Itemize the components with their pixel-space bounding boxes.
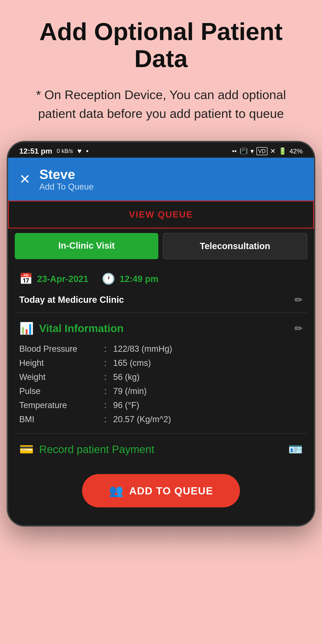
appointment-edit-icon[interactable]: ✏ [294, 294, 303, 306]
page-subtitle: * On Reception Device, You can add optio… [0, 86, 322, 123]
tab-teleconsultation[interactable]: Teleconsultation [163, 233, 307, 259]
status-battery-icon: 🔋 [278, 147, 287, 155]
status-time: 12:51 pm [19, 147, 52, 156]
vital-row-bp: Blood Pressure : 122/83 (mmHg) [19, 344, 303, 354]
appointment-row: Today at Medicure Clinic ✏ [8, 294, 314, 312]
vital-label-temp: Temperature [19, 400, 104, 410]
payment-icon: 💳 [19, 442, 34, 456]
payment-label: Record patient Payment [39, 443, 154, 456]
vital-row-bmi: BMI : 20.57 (Kg/m^2) [19, 414, 303, 424]
payment-card-icon: 🪪 [288, 442, 303, 456]
header-subtitle: Add To Queue [39, 182, 94, 192]
vital-title-row: 📊 Vital Information [19, 322, 124, 335]
date-item: 📅 23-Apr-2021 [19, 272, 88, 285]
vital-value-pulse: 79 (/min) [113, 386, 147, 396]
vital-label-bp: Blood Pressure [19, 344, 104, 354]
vital-row-height: Height : 165 (cms) [19, 358, 303, 368]
vitals-edit-icon[interactable]: ✏ [294, 323, 303, 334]
vital-rows: Blood Pressure : 122/83 (mmHg) Height : … [19, 344, 303, 424]
vital-colon-pulse: : [104, 386, 113, 396]
vital-value-weight: 56 (kg) [113, 372, 140, 382]
vital-information-title: Vital Information [39, 322, 124, 334]
vital-colon-height: : [104, 358, 113, 368]
phone-wrapper: 12:51 pm 0 kB/s ♥ • •• 📳 ▾ VD ✕ 🔋 42% ✕ … [7, 141, 315, 526]
vital-value-height: 165 (cms) [113, 358, 151, 368]
vital-row-weight: Weight : 56 (kg) [19, 372, 303, 382]
vital-value-temp: 96 (°F) [113, 400, 139, 410]
header-info: Steve Add To Queue [39, 166, 94, 192]
add-queue-label: ADD TO QUEUE [129, 485, 213, 497]
status-left: 12:51 pm 0 kB/s ♥ • [19, 147, 88, 156]
status-bar: 12:51 pm 0 kB/s ♥ • •• 📳 ▾ VD ✕ 🔋 42% [8, 142, 314, 158]
payment-section[interactable]: 💳 Record patient Payment 🪪 [8, 434, 314, 465]
add-to-queue-button[interactable]: 👥 ADD TO QUEUE [82, 474, 240, 507]
status-wifi-icon: ▾ [250, 147, 254, 155]
vital-value-bmi: 20.57 (Kg/m^2) [113, 414, 171, 424]
status-right: •• 📳 ▾ VD ✕ 🔋 42% [232, 147, 303, 155]
phone-frame: 12:51 pm 0 kB/s ♥ • •• 📳 ▾ VD ✕ 🔋 42% ✕ … [7, 141, 315, 526]
status-x-icon: ✕ [270, 147, 276, 155]
vital-value-bp: 122/83 (mmHg) [113, 344, 172, 354]
patient-name: Steve [39, 166, 94, 182]
vital-label-bmi: BMI [19, 414, 104, 424]
vital-row-temp: Temperature : 96 (°F) [19, 400, 303, 410]
vital-section: 📊 Vital Information ✏ Blood Pressure : 1… [8, 312, 314, 433]
clock-icon: 🕐 [102, 272, 115, 285]
tab-row: In-Clinic Visit Teleconsultation [8, 228, 314, 264]
status-network: 0 kB/s [56, 148, 73, 154]
vital-colon-bp: : [104, 344, 113, 354]
date-time-row: 📅 23-Apr-2021 🕐 12:49 pm [8, 264, 314, 294]
appointment-label: Today at Medicure Clinic [19, 295, 124, 305]
status-signal-dots: •• [232, 147, 237, 155]
vital-colon-temp: : [104, 400, 113, 410]
view-queue-button[interactable]: VIEW QUEUE [8, 200, 314, 228]
calendar-icon: 📅 [19, 272, 33, 285]
vital-label-pulse: Pulse [19, 386, 104, 396]
status-heart-icon: ♥ [77, 147, 82, 155]
time-item: 🕐 12:49 pm [102, 272, 158, 285]
add-queue-section: 👥 ADD TO QUEUE [8, 465, 314, 525]
app-header: ✕ Steve Add To Queue [8, 158, 314, 200]
status-dot: • [86, 147, 88, 155]
status-vd-icon: VD [256, 147, 268, 155]
tab-in-clinic[interactable]: In-Clinic Visit [15, 233, 158, 259]
payment-left: 💳 Record patient Payment [19, 442, 154, 456]
appointment-date: 23-Apr-2021 [37, 274, 88, 284]
vital-row-pulse: Pulse : 79 (/min) [19, 386, 303, 396]
vital-header: 📊 Vital Information ✏ [19, 322, 303, 335]
appointment-time: 12:49 pm [120, 274, 158, 284]
status-battery-pct: 42% [289, 147, 303, 155]
close-button[interactable]: ✕ [19, 171, 30, 187]
vital-colon-weight: : [104, 372, 113, 382]
vital-colon-bmi: : [104, 414, 113, 424]
status-vibrate-icon: 📳 [240, 147, 248, 155]
vitals-icon: 📊 [19, 322, 34, 335]
page-title: Add Optional Patient Data [0, 18, 322, 72]
vital-label-weight: Weight [19, 372, 104, 382]
vital-label-height: Height [19, 358, 104, 368]
people-icon: 👥 [109, 484, 124, 498]
